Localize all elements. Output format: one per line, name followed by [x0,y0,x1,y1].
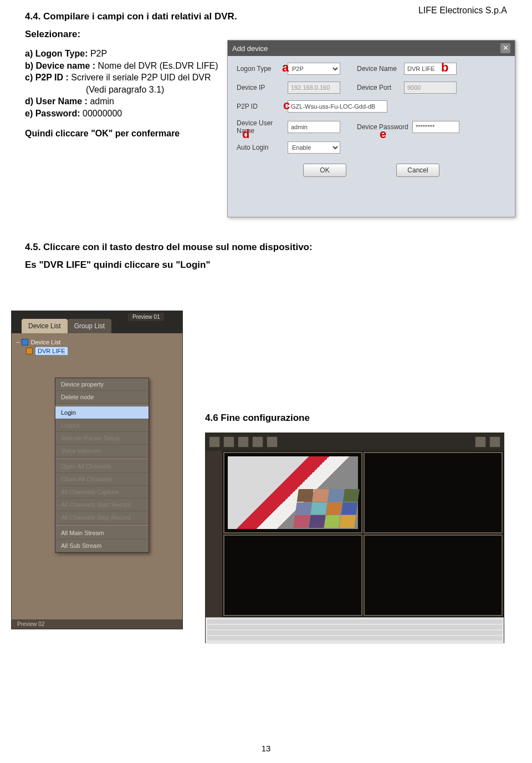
item-c-note: (Vedi paragrafo 3.1) [86,85,164,94]
color-chart-icon [293,489,360,528]
camera-view-2[interactable] [364,452,503,533]
item-c-value: Scrivere il seriale P2P UID del DVR [71,73,211,82]
preview-tab[interactable]: Preview 01 [128,313,164,321]
page-number: 13 [0,744,532,753]
add-device-dialog: Add device ✕ Logon Type P2P Device Name … [227,40,515,217]
toolbar-icon[interactable] [223,436,234,447]
menu-logout: Logout [55,419,149,432]
device-icon [26,348,33,354]
toolbar-icon[interactable] [238,436,249,447]
toolbar-icon[interactable] [209,436,220,447]
device-list-screenshot: Preview 01 Device List Group List − Devi… [11,311,183,629]
camera-view-3[interactable] [223,535,362,616]
camera-view-1[interactable] [223,452,362,533]
tab-device-list[interactable]: Device List [22,319,68,333]
anno-a: a [282,60,289,75]
menu-start-record: All Channels Start Record [55,499,149,511]
menu-login[interactable]: Login [55,406,149,419]
toolbar-icon[interactable] [489,436,500,447]
toolbar-icon[interactable] [252,436,263,447]
item-a-prefix: a) Logon Type: [25,49,90,58]
device-name-label: Device Name [357,65,404,73]
p2p-id-label: P2P ID [237,103,288,110]
menu-stop-record: All Channels Stop Record [55,511,149,524]
section-4-5-title: 4.5. Cliccare con il tasto destro del mo… [25,242,507,253]
log-panel [206,617,504,644]
close-icon[interactable]: ✕ [500,43,510,53]
dialog-title-bar: Add device ✕ [228,40,515,56]
password-input[interactable] [412,121,459,133]
cancel-button[interactable]: Cancel [396,164,439,177]
selezionare-label: Selezionare: [25,29,507,40]
anno-b: b [441,60,448,75]
ok-button[interactable]: OK [303,164,346,177]
device-port-input [404,82,457,94]
device-tree: − Device List DVR LIFE [12,333,182,359]
menu-remote-param: Remote Param Setup [55,432,149,445]
menu-voice: Voice Intercom [55,445,149,457]
item-e-prefix: e) Password: [25,109,83,118]
dialog-title: Add device [232,44,268,53]
tree-node-dvr[interactable]: DVR LIFE [16,347,178,355]
tree-root[interactable]: − Device List [16,339,178,345]
camera-grid [222,451,504,617]
tree-node-label: DVR LIFE [35,347,68,355]
camera-image [228,456,358,529]
device-ip-input [288,82,340,94]
preview-app-screenshot [205,433,504,643]
menu-open-all: Open All Channels [55,460,149,473]
device-ip-label: Device IP [237,84,288,91]
user-name-input[interactable] [288,121,340,133]
section-4-5-sub: Es "DVR LIFE" quindi cliccare su "Login" [25,260,507,271]
preview-bottom-label: Preview 02 [12,619,182,629]
logon-type-label: Logon Type [237,65,288,73]
device-name-input[interactable] [404,63,457,75]
menu-delete-node[interactable]: Delete node [55,391,149,404]
folder-icon [22,339,28,345]
header-company: LIFE Electronics S.p.A [418,6,507,16]
anno-e: e [380,127,386,141]
context-menu: Device property Delete node Login Logout… [55,378,149,553]
preview-sidebar [206,451,222,617]
item-a-value: P2P [90,49,107,58]
auto-login-label: Auto Login [237,144,288,151]
p2p-id-input[interactable] [288,100,387,113]
toolbar-icon[interactable] [267,436,278,447]
anno-d: d [242,127,249,141]
menu-device-property[interactable]: Device property [55,378,149,391]
menu-main-stream[interactable]: All Main Stream [55,527,149,540]
tree-root-label: Device List [30,339,60,345]
item-e-value: 00000000 [83,109,122,118]
camera-view-4[interactable] [364,535,503,616]
preview-toolbar [206,433,504,451]
minus-icon: − [16,339,19,345]
menu-sub-stream[interactable]: All Sub Stream [55,540,149,552]
item-c-prefix: c) P2P ID : [25,73,71,82]
item-b-prefix: b) Device name : [25,61,98,70]
menu-separator [55,525,149,526]
auto-login-select[interactable]: Enable [288,141,340,154]
menu-separator [55,405,149,405]
anno-c: c [283,98,290,113]
item-b-value: Nome del DVR (Es.DVR LIFE) [98,61,218,70]
item-d-prefix: d) User Name : [25,96,90,106]
item-d-value: admin [90,96,114,106]
device-port-label: Device Port [357,84,404,91]
section-4-6-title: 4.6 Fine configurazione [205,413,310,424]
menu-close-all: Close All Channels [55,473,149,486]
menu-capture: All Channels Capture [55,486,149,499]
logon-type-select[interactable]: P2P [288,63,340,75]
menu-separator [55,459,149,459]
toolbar-icon[interactable] [475,436,486,447]
tab-group-list[interactable]: Group List [68,319,111,333]
